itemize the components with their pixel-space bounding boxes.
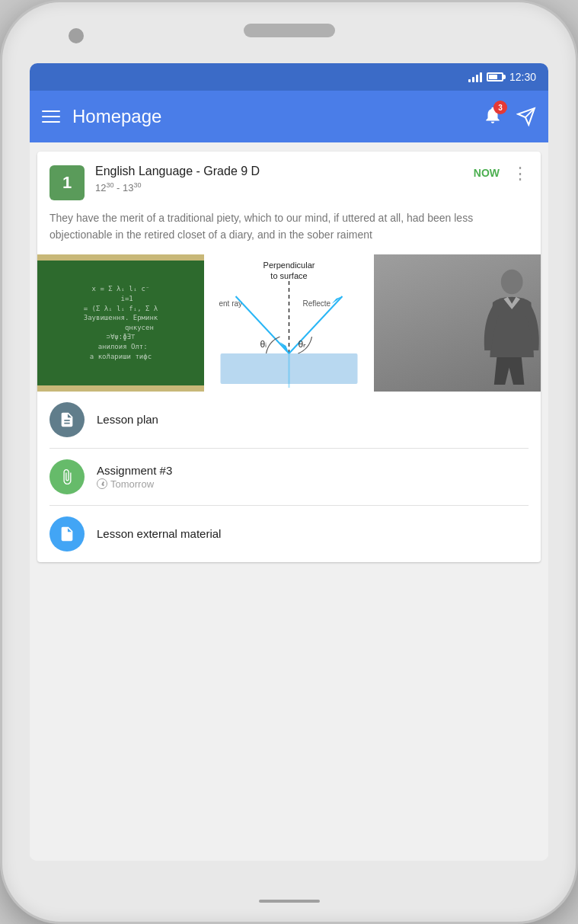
svg-text:to surface: to surface [270, 271, 307, 280]
list-item-text-assignment: Assignment #3 Tomorrow [97, 464, 529, 490]
more-icon[interactable]: ⋮ [512, 165, 529, 182]
list-icon-file [49, 516, 85, 552]
status-bar: 12:30 [30, 63, 548, 91]
app-bar: Homepage 3 [30, 91, 548, 142]
svg-text:Perpendicular: Perpendicular [263, 261, 315, 270]
assignment-due-date: Tomorrow [110, 478, 154, 490]
app-title: Homepage [72, 106, 471, 127]
list-icon-paperclip [49, 459, 85, 494]
signal-icon [468, 72, 482, 82]
status-icons: 12:30 [468, 71, 536, 83]
card-header: 1 English Language - Grade 9 D 1230 - 13… [37, 152, 541, 206]
svg-point-15 [501, 270, 523, 294]
list-item-external-material[interactable]: Lesson external material [37, 506, 541, 562]
list-item-text-lesson-plan: Lesson plan [97, 413, 529, 426]
list-item-text-external: Lesson external material [97, 527, 529, 540]
list-item-title-lesson-plan: Lesson plan [97, 413, 529, 426]
app-bar-actions: 3 [483, 105, 536, 128]
gallery-image-person [374, 254, 541, 392]
notification-badge: 3 [493, 101, 507, 114]
svg-text:θᵣ: θᵣ [299, 339, 307, 350]
bell-wrapper[interactable]: 3 [483, 105, 503, 128]
battery-icon [487, 72, 503, 82]
phone-speaker [244, 24, 335, 37]
card-header-info: English Language - Grade 9 D 1230 - 1330 [95, 164, 463, 193]
phone-camera [69, 28, 84, 43]
card-description: They have the merit of a traditional pie… [37, 206, 541, 254]
chalkboard-text: x = Σ λᵢ lᵢ c⁻ i=1 = (Σ λᵢ lᵢ fᵢ, Σ λ За… [81, 281, 161, 364]
now-label: NOW [474, 167, 500, 179]
phone-home-bar [259, 900, 320, 903]
lesson-number-badge: 1 [49, 165, 85, 200]
svg-text:Reflecte: Reflecte [303, 299, 331, 308]
list-item-subtitle-assignment: Tomorrow [97, 478, 529, 490]
svg-marker-9 [280, 342, 289, 353]
phone-screen: 12:30 Homepage 3 [30, 63, 548, 861]
list-item-assignment[interactable]: Assignment #3 Tomorrow [37, 449, 541, 505]
svg-text:θᵢ: θᵢ [260, 339, 267, 350]
hamburger-icon[interactable] [42, 110, 60, 123]
gallery-image-physics: Perpendicular to surface ent ray Reflect… [206, 254, 372, 392]
gallery-image-chalkboard: x = Σ λᵢ lᵢ c⁻ i=1 = (Σ λᵢ lᵢ fᵢ, Σ λ За… [37, 254, 204, 392]
clock-icon [97, 478, 107, 489]
list-item-title-assignment: Assignment #3 [97, 464, 529, 477]
content-area: 1 English Language - Grade 9 D 1230 - 13… [30, 142, 548, 861]
card-header-right: NOW ⋮ [474, 164, 529, 182]
list-icon-document [49, 402, 85, 437]
status-time: 12:30 [509, 71, 536, 83]
lesson-title: English Language - Grade 9 D [95, 164, 463, 180]
send-icon[interactable] [516, 107, 536, 126]
lesson-card: 1 English Language - Grade 9 D 1230 - 13… [37, 152, 541, 562]
list-item-lesson-plan[interactable]: Lesson plan [37, 392, 541, 448]
list-item-title-external: Lesson external material [97, 527, 529, 540]
phone-shell: 12:30 Homepage 3 [0, 0, 578, 924]
image-gallery: x = Σ λᵢ lᵢ c⁻ i=1 = (Σ λᵢ lᵢ fᵢ, Σ λ За… [37, 254, 541, 392]
lesson-time: 1230 - 1330 [95, 181, 463, 193]
